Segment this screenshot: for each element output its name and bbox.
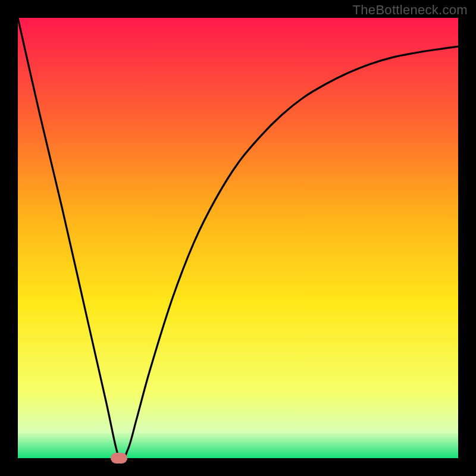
optimal-point-marker xyxy=(111,453,127,464)
watermark-text: TheBottleneck.com xyxy=(353,2,468,18)
chart-frame: TheBottleneck.com xyxy=(0,0,476,476)
plot-area xyxy=(18,18,458,458)
chart-svg xyxy=(18,18,458,458)
gradient-background xyxy=(18,18,458,458)
